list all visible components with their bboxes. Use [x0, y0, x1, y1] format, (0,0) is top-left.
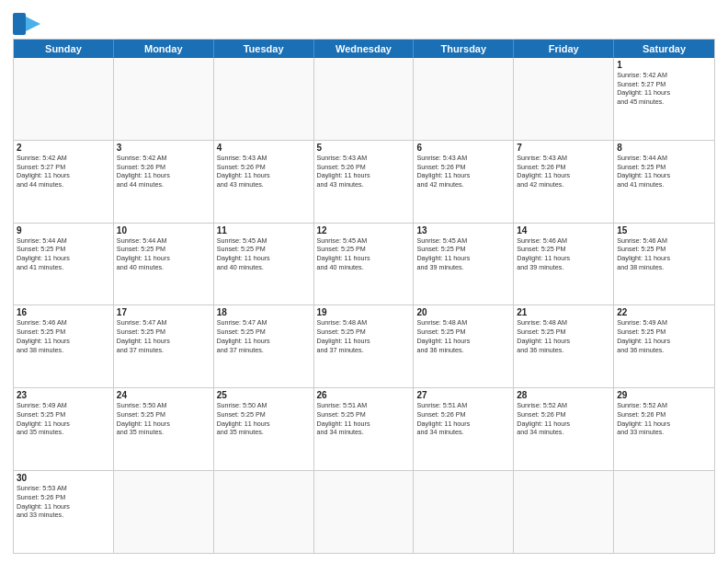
cell-sun-info: Sunrise: 5:43 AM Sunset: 5:26 PM Dayligh…	[317, 154, 411, 190]
day-number: 25	[217, 390, 311, 400]
calendar-cell-w1d0: 2Sunrise: 5:42 AM Sunset: 5:27 PM Daylig…	[14, 141, 114, 223]
calendar-cell-w2d3: 12Sunrise: 5:45 AM Sunset: 5:25 PM Dayli…	[314, 224, 415, 305]
cell-sun-info: Sunrise: 5:49 AM Sunset: 5:25 PM Dayligh…	[617, 318, 711, 354]
day-number: 8	[617, 143, 711, 153]
logo-icon	[13, 13, 40, 35]
calendar-week-3: 16Sunrise: 5:46 AM Sunset: 5:25 PM Dayli…	[14, 305, 714, 388]
cell-sun-info: Sunrise: 5:53 AM Sunset: 5:26 PM Dayligh…	[17, 484, 110, 520]
calendar-week-5: 30Sunrise: 5:53 AM Sunset: 5:26 PM Dayli…	[14, 471, 714, 553]
cell-sun-info: Sunrise: 5:45 AM Sunset: 5:25 PM Dayligh…	[317, 236, 411, 272]
cell-sun-info: Sunrise: 5:45 AM Sunset: 5:25 PM Dayligh…	[217, 236, 311, 272]
header-day-sunday: Sunday	[14, 40, 114, 58]
calendar-cell-w4d1: 24Sunrise: 5:50 AM Sunset: 5:25 PM Dayli…	[114, 388, 214, 470]
day-number: 12	[317, 225, 411, 236]
calendar-cell-w4d3: 26Sunrise: 5:51 AM Sunset: 5:25 PM Dayli…	[314, 388, 415, 470]
cell-sun-info: Sunrise: 5:42 AM Sunset: 5:27 PM Dayligh…	[17, 154, 110, 190]
calendar-body: 1Sunrise: 5:42 AM Sunset: 5:27 PM Daylig…	[14, 58, 714, 553]
day-number: 10	[117, 225, 210, 236]
cell-sun-info: Sunrise: 5:42 AM Sunset: 5:27 PM Dayligh…	[617, 71, 711, 107]
calendar-cell-w1d6: 8Sunrise: 5:44 AM Sunset: 5:25 PM Daylig…	[614, 141, 714, 223]
calendar-cell-w5d1	[114, 471, 214, 553]
calendar-cell-w0d1	[114, 58, 214, 140]
cell-sun-info: Sunrise: 5:43 AM Sunset: 5:26 PM Dayligh…	[416, 154, 510, 190]
day-number: 26	[317, 390, 411, 400]
page: SundayMondayTuesdayWednesdayThursdayFrid…	[0, 0, 728, 563]
cell-sun-info: Sunrise: 5:49 AM Sunset: 5:25 PM Dayligh…	[17, 401, 110, 437]
cell-sun-info: Sunrise: 5:44 AM Sunset: 5:25 PM Dayligh…	[117, 236, 210, 272]
header-day-saturday: Saturday	[614, 40, 714, 58]
cell-sun-info: Sunrise: 5:45 AM Sunset: 5:25 PM Dayligh…	[416, 236, 510, 272]
calendar-cell-w3d5: 21Sunrise: 5:48 AM Sunset: 5:25 PM Dayli…	[514, 305, 614, 387]
day-number: 29	[617, 390, 711, 400]
calendar: SundayMondayTuesdayWednesdayThursdayFrid…	[13, 39, 715, 554]
calendar-cell-w1d2: 4Sunrise: 5:43 AM Sunset: 5:26 PM Daylig…	[214, 141, 314, 223]
cell-sun-info: Sunrise: 5:46 AM Sunset: 5:25 PM Dayligh…	[517, 236, 610, 272]
calendar-cell-w1d3: 5Sunrise: 5:43 AM Sunset: 5:26 PM Daylig…	[314, 141, 415, 223]
day-number: 23	[17, 390, 110, 400]
day-number: 5	[317, 143, 411, 153]
calendar-cell-w5d3	[314, 471, 415, 553]
calendar-cell-w0d2	[214, 58, 314, 140]
calendar-week-1: 2Sunrise: 5:42 AM Sunset: 5:27 PM Daylig…	[14, 141, 714, 224]
calendar-cell-w0d3	[314, 58, 415, 140]
calendar-cell-w3d1: 17Sunrise: 5:47 AM Sunset: 5:25 PM Dayli…	[114, 305, 214, 387]
calendar-week-0: 1Sunrise: 5:42 AM Sunset: 5:27 PM Daylig…	[14, 58, 714, 141]
calendar-cell-w2d2: 11Sunrise: 5:45 AM Sunset: 5:25 PM Dayli…	[214, 224, 314, 305]
calendar-cell-w4d4: 27Sunrise: 5:51 AM Sunset: 5:26 PM Dayli…	[414, 388, 514, 470]
calendar-cell-w3d4: 20Sunrise: 5:48 AM Sunset: 5:25 PM Dayli…	[414, 305, 514, 387]
calendar-cell-w2d6: 15Sunrise: 5:46 AM Sunset: 5:25 PM Dayli…	[614, 224, 714, 305]
day-number: 15	[617, 225, 711, 236]
calendar-cell-w3d3: 19Sunrise: 5:48 AM Sunset: 5:25 PM Dayli…	[314, 305, 415, 387]
day-number: 24	[117, 390, 210, 400]
calendar-cell-w4d0: 23Sunrise: 5:49 AM Sunset: 5:25 PM Dayli…	[14, 388, 114, 470]
cell-sun-info: Sunrise: 5:52 AM Sunset: 5:26 PM Dayligh…	[617, 401, 711, 437]
calendar-cell-w0d4	[414, 58, 514, 140]
calendar-cell-w5d5	[514, 471, 614, 553]
calendar-header: SundayMondayTuesdayWednesdayThursdayFrid…	[14, 40, 714, 58]
calendar-cell-w5d6	[614, 471, 714, 553]
calendar-week-2: 9Sunrise: 5:44 AM Sunset: 5:25 PM Daylig…	[14, 224, 714, 306]
calendar-cell-w5d2	[214, 471, 314, 553]
day-number: 7	[517, 143, 610, 153]
calendar-cell-w5d4	[414, 471, 514, 553]
day-number: 20	[416, 307, 510, 317]
calendar-cell-w0d5	[514, 58, 614, 140]
calendar-cell-w5d0: 30Sunrise: 5:53 AM Sunset: 5:26 PM Dayli…	[14, 471, 114, 553]
day-number: 3	[117, 143, 210, 153]
cell-sun-info: Sunrise: 5:48 AM Sunset: 5:25 PM Dayligh…	[416, 318, 510, 354]
cell-sun-info: Sunrise: 5:46 AM Sunset: 5:25 PM Dayligh…	[617, 236, 711, 272]
cell-sun-info: Sunrise: 5:43 AM Sunset: 5:26 PM Dayligh…	[217, 154, 311, 190]
day-number: 14	[517, 225, 610, 236]
calendar-week-4: 23Sunrise: 5:49 AM Sunset: 5:25 PM Dayli…	[14, 388, 714, 471]
cell-sun-info: Sunrise: 5:46 AM Sunset: 5:25 PM Dayligh…	[17, 318, 110, 354]
cell-sun-info: Sunrise: 5:50 AM Sunset: 5:25 PM Dayligh…	[117, 401, 210, 437]
calendar-cell-w4d6: 29Sunrise: 5:52 AM Sunset: 5:26 PM Dayli…	[614, 388, 714, 470]
day-number: 17	[117, 307, 210, 317]
cell-sun-info: Sunrise: 5:42 AM Sunset: 5:26 PM Dayligh…	[117, 154, 210, 190]
cell-sun-info: Sunrise: 5:43 AM Sunset: 5:26 PM Dayligh…	[517, 154, 610, 190]
cell-sun-info: Sunrise: 5:44 AM Sunset: 5:25 PM Dayligh…	[17, 236, 110, 272]
day-number: 13	[416, 225, 510, 236]
cell-sun-info: Sunrise: 5:51 AM Sunset: 5:26 PM Dayligh…	[416, 401, 510, 437]
header-day-thursday: Thursday	[414, 40, 514, 58]
svg-rect-0	[13, 13, 26, 35]
cell-sun-info: Sunrise: 5:44 AM Sunset: 5:25 PM Dayligh…	[617, 154, 711, 190]
cell-sun-info: Sunrise: 5:52 AM Sunset: 5:26 PM Dayligh…	[517, 401, 610, 437]
header-day-friday: Friday	[514, 40, 614, 58]
calendar-cell-w2d0: 9Sunrise: 5:44 AM Sunset: 5:25 PM Daylig…	[14, 224, 114, 305]
day-number: 4	[217, 143, 311, 153]
day-number: 21	[517, 307, 610, 317]
calendar-cell-w3d6: 22Sunrise: 5:49 AM Sunset: 5:25 PM Dayli…	[614, 305, 714, 387]
cell-sun-info: Sunrise: 5:48 AM Sunset: 5:25 PM Dayligh…	[517, 318, 610, 354]
cell-sun-info: Sunrise: 5:47 AM Sunset: 5:25 PM Dayligh…	[217, 318, 311, 354]
header-day-wednesday: Wednesday	[314, 40, 415, 58]
calendar-cell-w2d5: 14Sunrise: 5:46 AM Sunset: 5:25 PM Dayli…	[514, 224, 614, 305]
calendar-cell-w3d2: 18Sunrise: 5:47 AM Sunset: 5:25 PM Dayli…	[214, 305, 314, 387]
calendar-cell-w1d1: 3Sunrise: 5:42 AM Sunset: 5:26 PM Daylig…	[114, 141, 214, 223]
calendar-cell-w3d0: 16Sunrise: 5:46 AM Sunset: 5:25 PM Dayli…	[14, 305, 114, 387]
calendar-cell-w1d5: 7Sunrise: 5:43 AM Sunset: 5:26 PM Daylig…	[514, 141, 614, 223]
day-number: 27	[416, 390, 510, 400]
day-number: 9	[17, 225, 110, 236]
day-number: 30	[17, 473, 110, 483]
cell-sun-info: Sunrise: 5:48 AM Sunset: 5:25 PM Dayligh…	[317, 318, 411, 354]
